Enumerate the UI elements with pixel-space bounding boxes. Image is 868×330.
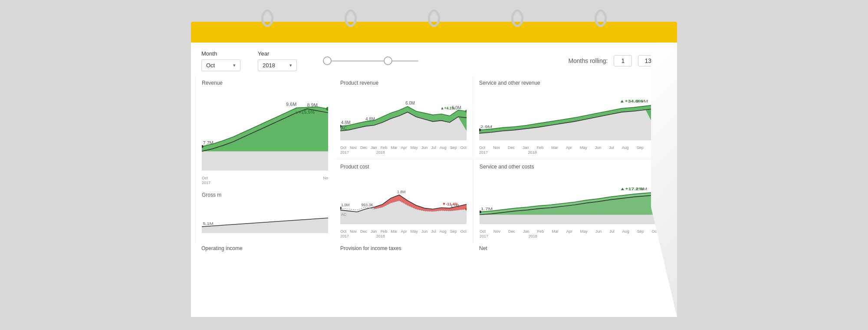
slider-area (323, 60, 551, 62)
revenue-x-axis: OctNo (202, 176, 328, 180)
product-revenue-year-axis: 20172018 (340, 150, 467, 155)
product-revenue-panel: Product revenue (334, 76, 473, 159)
revenue-title: Revenue (202, 80, 328, 86)
svg-text:4.8M: 4.8M (365, 116, 375, 122)
ring-4 (511, 10, 523, 27)
svg-text:1.7M: 1.7M (481, 206, 493, 211)
service-costs-chart: 1.7M 1.9M ▲+17.2% (480, 172, 658, 229)
product-revenue-title: Product revenue (340, 80, 467, 86)
svg-text:7.7M: 7.7M (203, 141, 213, 145)
svg-text:AC: AC (341, 126, 347, 131)
bottom-labels-row: Operating income Provision for income ta… (191, 243, 668, 252)
notebook-page: Month Oct ▾ Year 2018 ▾ (191, 43, 668, 317)
year-label: Year (258, 50, 297, 57)
month-dropdown[interactable]: Oct ▾ (201, 59, 240, 71)
gross-margin-section: Gross m 5.1M (202, 192, 328, 235)
ring-1 (261, 10, 273, 27)
charts-area: Product revenue (191, 76, 668, 243)
svg-text:1.0M: 1.0M (341, 203, 349, 208)
ring-2 (345, 10, 357, 27)
svg-text:AC: AC (341, 212, 346, 217)
rolling-area: Months rolling: 1 13 (568, 55, 658, 66)
controls-area: Month Oct ▾ Year 2018 ▾ (191, 43, 668, 76)
ring-3 (428, 10, 440, 27)
svg-text:993.3K: 993.3K (362, 203, 374, 208)
provision-label: Provision for income taxes (340, 244, 479, 252)
revenue-year-axis: 2017 (202, 181, 328, 185)
svg-text:6.0M: 6.0M (405, 100, 415, 106)
service-costs-year-axis: 20172018 (480, 234, 658, 238)
month-dropdown-arrow: ▾ (233, 63, 236, 68)
month-label: Month (201, 50, 240, 57)
rings (191, 10, 677, 27)
service-revenue-chart: 2.9M 3.9M ▲+34.6% (479, 89, 658, 145)
service-costs-title: Service and other costs (480, 164, 658, 170)
net-label: Net (479, 244, 658, 252)
service-revenue-panel: Service and other revenue 2.9M 3.9M ▲+34… (473, 76, 664, 159)
rolling-label: Months rolling: (568, 57, 608, 64)
notebook-container: Sun.. t ), 2) ) LENDARAUTO (), , "yyyy")… (191, 22, 677, 317)
svg-text:4.8M: 4.8M (341, 120, 351, 125)
month-value: Oct (206, 62, 215, 69)
svg-text:▲+34.6%: ▲+34.6% (619, 99, 643, 104)
rolling-min-value[interactable]: 1 (614, 55, 632, 66)
revenue-panel: Revenue 7.7M 9.6M 8.9M ▲+15.5% (195, 76, 334, 243)
product-revenue-x-axis: OctNovDecJanFebMarAprMayJunJulAugSepOct (340, 145, 467, 150)
gross-margin-title: Gross m (202, 192, 328, 198)
product-cost-chart: 1.0M 993.3K 1.8M 1.1M ▼-11.4% AC (340, 172, 467, 229)
svg-text:▲+15.5%: ▲+15.5% (294, 110, 315, 115)
svg-text:9.6M: 9.6M (286, 102, 296, 107)
revenue-chart: 7.7M 9.6M 8.9M ▲+15.5% (202, 89, 328, 175)
product-cost-panel: Product cost 1.0M 993.3K 1. (334, 159, 473, 243)
gross-margin-chart: 5.1M (202, 201, 328, 235)
product-cost-year-axis: 20172018 (340, 234, 467, 238)
service-costs-x-axis: OctNovDecJanFebMarAprMayJunJulAugSepOct (480, 229, 658, 234)
year-control: Year 2018 ▾ (258, 50, 297, 71)
svg-text:▼-11.4%: ▼-11.4% (442, 201, 458, 206)
product-cost-title: Product cost (340, 164, 467, 170)
ring-5 (595, 10, 607, 27)
slider-track[interactable] (323, 60, 418, 62)
product-cost-x-axis: OctNovDecJanFebMarAprMayJunJulAugSepOct (340, 229, 467, 234)
svg-text:1.8M: 1.8M (397, 189, 405, 194)
svg-text:5.1M: 5.1M (203, 221, 213, 226)
operating-income-label: Operating income (201, 244, 340, 252)
service-costs-panel: Service and other costs 1.7M 1.9M ▲+17.2… (473, 159, 664, 243)
year-dropdown-arrow: ▾ (289, 63, 292, 68)
svg-text:2.9M: 2.9M (480, 124, 492, 129)
year-dropdown[interactable]: 2018 ▾ (258, 59, 297, 71)
service-revenue-title: Service and other revenue (479, 80, 658, 86)
product-revenue-chart: 4.8M 4.8M 6.0M 5.0M AC ▲+4.1% (340, 89, 467, 145)
svg-text:▲+17.2%: ▲+17.2% (620, 186, 643, 191)
service-revenue-x-axis: OctNovDecJanFebMarAprMayJunJulAugSepOct (479, 145, 658, 150)
svg-marker-38 (480, 192, 658, 215)
svg-text:▲+4.1%: ▲+4.1% (441, 106, 455, 110)
svg-text:8.9M: 8.9M (307, 103, 318, 108)
year-value: 2018 (263, 62, 275, 69)
service-revenue-year-axis: 20172018 (479, 150, 658, 155)
slider-handle-right[interactable] (384, 56, 392, 65)
slider-handle-left[interactable] (323, 56, 332, 65)
month-control: Month Oct ▾ (201, 50, 240, 71)
svg-marker-10 (479, 109, 658, 141)
